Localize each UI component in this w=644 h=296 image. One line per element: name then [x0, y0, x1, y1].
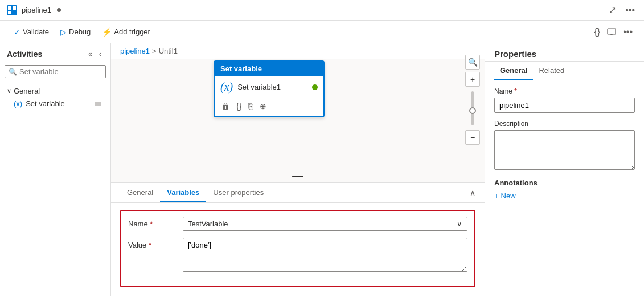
svg-rect-0 [8, 6, 11, 10]
sidebar-group-general: ∨ General (x) Set variable [0, 83, 110, 112]
canvas-search-button[interactable]: 🔍 [465, 55, 480, 70]
expand-button[interactable]: ⤢ [606, 2, 618, 18]
sidebar-item-label: Set variable [26, 99, 65, 108]
value-control-wrap: ['done'] [183, 238, 467, 274]
drag-handle [95, 102, 101, 106]
new-label: New [501, 192, 516, 200]
prop-annotations-field: Annotations + New [494, 179, 635, 200]
svg-rect-2 [8, 11, 11, 14]
code-view-button[interactable]: {} [592, 25, 603, 39]
sidebar-group-header[interactable]: ∨ General [5, 85, 106, 97]
activity-node[interactable]: Set variable (x) Set variable1 🗑 {} ⎘ ⊕ [214, 60, 325, 117]
name-select-value: TestVariable [188, 220, 228, 228]
toolbar: ✓ Validate ▷ Debug ⚡ Add trigger {} ••• [0, 21, 644, 43]
prop-description-textarea[interactable] [494, 130, 635, 170]
chevron-down-icon: ∨ [7, 87, 11, 95]
activity-node-actions: 🗑 {} ⎘ ⊕ [215, 98, 323, 116]
bottom-panel: General Variables User properties ∧ Name… [111, 182, 485, 296]
sidebar-collapse-btn[interactable]: « [86, 48, 95, 60]
breadcrumb-pipeline[interactable]: pipeline1 [120, 47, 150, 55]
canvas-controls: 🔍 + − [465, 55, 480, 145]
search-icon: 🔍 [9, 68, 17, 76]
top-bar-actions: ⤢ ••• [606, 2, 637, 18]
activity-node-body: (x) Set variable1 [215, 76, 323, 98]
plus-icon: + [494, 192, 499, 200]
prop-tab-general[interactable]: General [494, 62, 533, 80]
bottom-panel-collapse-button[interactable]: ∧ [470, 188, 475, 197]
add-trigger-button[interactable]: ⚡ Add trigger [97, 25, 155, 39]
search-input[interactable] [19, 67, 102, 76]
properties-title: Properties [485, 43, 644, 62]
unsaved-indicator [57, 8, 61, 12]
main-layout: Activities « ‹ 🔍 ∨ General (x) Set varia… [0, 43, 644, 296]
prop-name-field: Name * [494, 87, 635, 113]
zoom-thumb [469, 107, 476, 114]
svg-rect-3 [608, 29, 616, 34]
validate-button[interactable]: ✓ Validate [9, 25, 54, 39]
sidebar-title: Activities [7, 50, 42, 59]
activity-node-icon: (x) [220, 80, 233, 94]
trigger-icon: ⚡ [102, 27, 112, 37]
copy-activity-button[interactable]: ⎘ [247, 100, 254, 112]
zoom-out-button[interactable]: − [465, 130, 480, 145]
sidebar-search-container: 🔍 [5, 65, 106, 78]
sidebar: Activities « ‹ 🔍 ∨ General (x) Set varia… [0, 43, 111, 296]
tab-general[interactable]: General [120, 184, 160, 202]
name-select[interactable]: TestVariable ∨ [183, 217, 467, 231]
value-form-group: Value * ['done'] [128, 238, 467, 274]
success-indicator [312, 84, 318, 90]
more-toolbar-button[interactable]: ••• [621, 25, 635, 39]
canvas-min-line [292, 176, 303, 177]
pipeline-title: pipeline1 [22, 6, 51, 14]
zoom-in-button[interactable]: + [465, 72, 480, 87]
bottom-form-container: Name * TestVariable ∨ Value [120, 210, 475, 287]
delete-activity-button[interactable]: 🗑 [220, 100, 231, 112]
tab-user-properties[interactable]: User properties [206, 184, 270, 202]
name-form-group: Name * TestVariable ∨ [128, 217, 467, 231]
canvas[interactable]: pipeline1 > Until1 Set variable (x) Set … [111, 43, 485, 182]
breadcrumb: pipeline1 > Until1 [111, 43, 485, 59]
svg-rect-1 [13, 6, 16, 10]
tab-variables[interactable]: Variables [160, 184, 206, 202]
add-activity-button[interactable]: ⊕ [259, 100, 268, 112]
toolbar-right: {} ••• [592, 25, 635, 39]
set-variable-icon: (x) [14, 99, 22, 108]
add-trigger-label: Add trigger [114, 27, 150, 36]
sidebar-controls: « ‹ [86, 48, 104, 60]
prop-annotations-title: Annotations [494, 179, 635, 187]
properties-content: Name * Description Annotations + New [485, 80, 644, 296]
properties-panel: Properties General Related Name * Descri… [485, 43, 644, 296]
properties-tabs: General Related [485, 62, 644, 80]
prop-new-button[interactable]: + New [494, 192, 516, 200]
prop-name-input[interactable] [494, 98, 635, 113]
sidebar-header: Activities « ‹ [0, 43, 110, 65]
more-options-button[interactable]: ••• [623, 3, 637, 18]
app-icon [7, 5, 17, 15]
prop-tab-related[interactable]: Related [533, 62, 570, 80]
value-required-marker: * [149, 241, 151, 249]
zoom-track [471, 91, 474, 125]
prop-description-field: Description [494, 120, 635, 172]
name-required-marker: * [150, 220, 153, 228]
value-textarea[interactable]: ['done'] [183, 238, 467, 272]
bottom-panel-content: Name * TestVariable ∨ Value [111, 203, 485, 296]
activity-node-name: Set variable1 [237, 83, 281, 91]
sidebar-item-set-variable[interactable]: (x) Set variable [5, 97, 106, 110]
validate-icon: ✓ [14, 27, 20, 37]
prop-description-label: Description [494, 120, 635, 128]
sidebar-collapse2-btn[interactable]: ‹ [97, 48, 104, 60]
code-activity-button[interactable]: {} [235, 100, 243, 112]
chevron-down-icon: ∨ [457, 220, 462, 228]
debug-button[interactable]: ▷ Debug [56, 25, 95, 39]
name-control-wrap: TestVariable ∨ [183, 217, 467, 231]
name-field-label: Name * [128, 217, 174, 228]
bottom-tabs: General Variables User properties ∧ [111, 183, 485, 203]
top-bar: pipeline1 ⤢ ••• [0, 0, 644, 21]
prop-name-label: Name * [494, 87, 635, 95]
group-label: General [14, 87, 40, 95]
monitor-button[interactable] [605, 25, 618, 39]
breadcrumb-separator: > [152, 47, 157, 55]
value-field-label: Value * [128, 238, 174, 249]
debug-label: Debug [69, 27, 91, 36]
debug-icon: ▷ [60, 27, 67, 37]
